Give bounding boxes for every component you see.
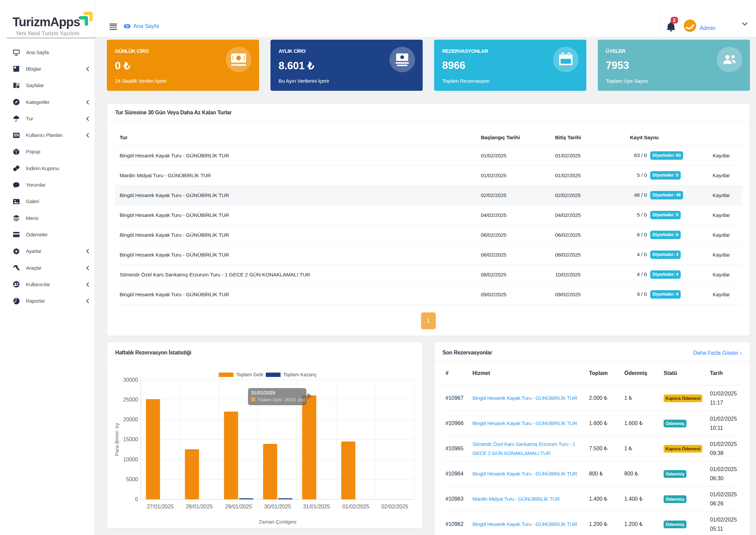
svg-text:Para Birimi: try: Para Birimi: try — [114, 423, 120, 456]
svg-text:0: 0 — [135, 496, 138, 502]
svg-text:31/01/2025: 31/01/2025 — [303, 504, 330, 509]
svg-text:Toplam Gelir: Toplam Gelir — [236, 372, 264, 377]
svg-text:27/01/2025: 27/01/2025 — [147, 504, 174, 509]
svg-text:31/01/2025: 31/01/2025 — [251, 390, 276, 395]
svg-text:02/02/2025: 02/02/2025 — [381, 504, 408, 509]
svg-text:Toplam Kazanç: Toplam Kazanç — [283, 372, 317, 377]
svg-text:25000: 25000 — [123, 397, 138, 403]
svg-text:Zaman Çizelgesi: Zaman Çizelgesi — [259, 519, 296, 525]
svg-text:Toplam Gelir: 26151 (try): Toplam Gelir: 26151 (try) — [257, 397, 305, 402]
svg-text:28/01/2025: 28/01/2025 — [186, 504, 213, 509]
svg-text:30000: 30000 — [123, 377, 138, 383]
svg-text:30/01/2025: 30/01/2025 — [264, 504, 291, 509]
svg-text:5000: 5000 — [126, 476, 138, 482]
svg-text:15000: 15000 — [123, 436, 138, 442]
svg-text:29/01/2025: 29/01/2025 — [225, 504, 252, 509]
svg-text:10000: 10000 — [123, 457, 138, 462]
svg-text:01/02/2025: 01/02/2025 — [342, 504, 369, 509]
svg-text:20000: 20000 — [123, 417, 138, 422]
